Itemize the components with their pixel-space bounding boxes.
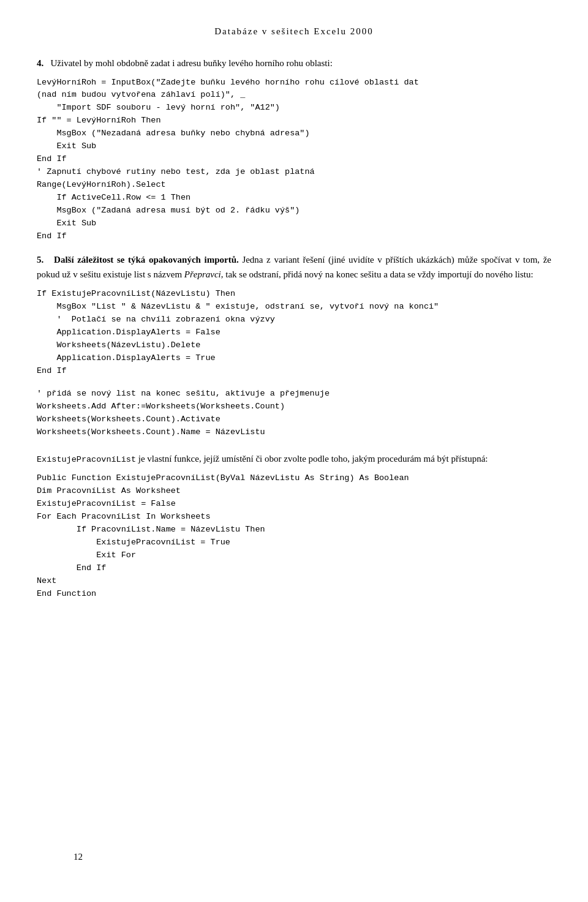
code-line-12: Exit Sub — [37, 217, 551, 230]
explanation-code-ref: ExistujePracovníList — [37, 455, 136, 464]
code-line-3: "Import SDF souboru - levý horní roh", "… — [37, 102, 551, 115]
code4-line-5: If PracovníList.Name = NázevListu Then — [37, 524, 551, 536]
section4-intro: 4. Uživatel by mohl obdobně zadat i adre… — [37, 56, 551, 70]
code-line-2: (nad ním budou vytvořena záhlaví polí)",… — [37, 89, 551, 102]
code2-line-7: End If — [37, 365, 551, 378]
code4-line-2: Dim PracovníList As Worksheet — [37, 485, 551, 498]
code4-line-7: Exit For — [37, 549, 551, 562]
section5-number: 5. — [37, 255, 43, 265]
code2-line-1: If ExistujePracovníList(NázevListu) Then — [37, 288, 551, 301]
section5-italic: Přepravci — [184, 269, 221, 279]
section5-text1: Další záležitost se týká opakovaných imp… — [54, 255, 239, 265]
code3-line-4: Worksheets(Worksheets.Count).Name = Náze… — [37, 426, 551, 439]
code2-line-5: Worksheets(NázevListu).Delete — [37, 339, 551, 352]
explanation-para: ExistujePracovníList je vlastní funkce, … — [37, 451, 551, 467]
code-line-11: MsgBox ("Zadaná adresa musí být od 2. řá… — [37, 205, 551, 217]
code-line-13: End If — [37, 230, 551, 243]
code2-line-6: Application.DisplayAlerts = True — [37, 352, 551, 365]
code-line-6: Exit Sub — [37, 140, 551, 153]
code-line-1: LevýHorníRoh = InputBox("Zadejte buňku l… — [37, 77, 551, 89]
code4-line-3: ExistujePracovníList = False — [37, 498, 551, 511]
code4-line-8: End If — [37, 562, 551, 575]
code-line-5: MsgBox ("Nezadaná adresa buňky nebo chyb… — [37, 127, 551, 140]
section5-para: 5. Další záležitost se týká opakovaných … — [37, 252, 551, 282]
code4-line-10: End Function — [37, 588, 551, 601]
code4-line-1: Public Function ExistujePracovníList(ByV… — [37, 472, 551, 485]
code-block-2: If ExistujePracovníList(NázevListu) Then… — [37, 288, 551, 377]
code3-line-1: ' přidá se nový list na konec sešitu, ak… — [37, 388, 551, 400]
code2-line-3: ' Potlačí se na chvíli zobrazení okna vý… — [37, 314, 551, 326]
code-line-10: If ActiveCell.Row <= 1 Then — [37, 192, 551, 205]
code-line-9: Range(LevýHorníRoh).Select — [37, 179, 551, 192]
code-line-4: If "" = LevýHorníRoh Then — [37, 115, 551, 127]
code3-line-3: Worksheets(Worksheets.Count).Activate — [37, 413, 551, 426]
code4-line-6: ExistujePracovníList = True — [37, 536, 551, 549]
page-title: Databáze v sešitech Excelu 2000 — [37, 24, 551, 39]
code4-line-4: For Each PracovníList In Worksheets — [37, 511, 551, 524]
page-number: 12 — [74, 850, 83, 864]
section4-number: 4. — [37, 58, 43, 68]
code2-line-2: MsgBox "List " & NázevListu & " existuje… — [37, 301, 551, 314]
code2-line-4: Application.DisplayAlerts = False — [37, 326, 551, 339]
code-block-4: Public Function ExistujePracovníList(ByV… — [37, 472, 551, 600]
code3-line-2: Worksheets.Add After:=Worksheets(Workshe… — [37, 400, 551, 413]
code-block-3: ' přidá se nový list na konec sešitu, ak… — [37, 388, 551, 439]
code-line-8: ' Zapnutí chybové rutiny nebo test, zda … — [37, 166, 551, 179]
code-block-1: LevýHorníRoh = InputBox("Zadejte buňku l… — [37, 77, 551, 243]
code-line-7: End If — [37, 153, 551, 166]
code4-line-9: Next — [37, 575, 551, 588]
